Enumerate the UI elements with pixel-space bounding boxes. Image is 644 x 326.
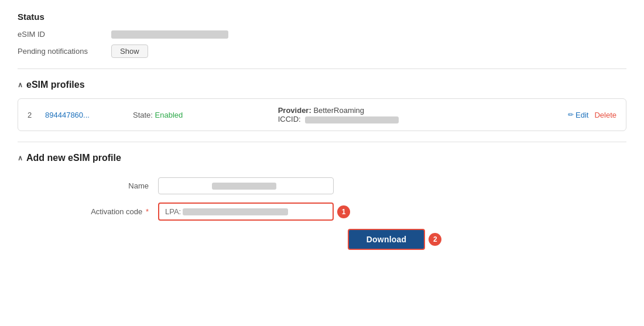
profile-state: State: Enabled [133, 111, 278, 119]
download-row: Download 2 [53, 229, 626, 250]
required-star: * [146, 207, 149, 216]
edit-label: Edit [576, 111, 588, 119]
download-button[interactable]: Download [348, 229, 425, 250]
name-row: Name [64, 177, 626, 194]
profile-number: 2 [28, 111, 39, 119]
esim-id-row: eSIM ID [18, 30, 626, 39]
iccid-line: ICCID: [278, 115, 568, 123]
provider-line: Provider: BetterRoaming [278, 106, 568, 115]
add-profile-title: Add new eSIM profile [26, 153, 121, 163]
esim-id-value [111, 30, 228, 39]
delete-link[interactable]: Delete [594, 111, 616, 119]
edit-link[interactable]: ✏ Edit [568, 111, 588, 119]
profile-card: 2 894447860... State: Enabled Provider: … [18, 98, 626, 131]
add-profile-header[interactable]: ∧ Add new eSIM profile [18, 153, 626, 163]
name-blurred-value [212, 183, 276, 190]
status-section: Status eSIM ID Pending notifications Sho… [18, 12, 626, 58]
pending-notifications-label: Pending notifications [18, 47, 111, 56]
esim-profiles-header[interactable]: ∧ eSIM profiles [18, 80, 626, 90]
state-label: State: [133, 111, 153, 119]
activation-code-row: Activation code * 1 [64, 203, 626, 221]
status-title: Status [18, 12, 626, 22]
profile-id-link[interactable]: 894447860... [45, 111, 121, 119]
profile-actions: ✏ Edit Delete [568, 111, 616, 119]
pending-notifications-row: Pending notifications Show [18, 44, 626, 58]
esim-id-label: eSIM ID [18, 30, 111, 39]
page-container: Status eSIM ID Pending notifications Sho… [0, 0, 644, 267]
esim-profiles-section: ∧ eSIM profiles 2 894447860... State: En… [18, 80, 626, 131]
pencil-icon: ✏ [568, 111, 574, 119]
lpa-blurred-value [183, 208, 288, 215]
activation-code-label: Activation code * [64, 207, 158, 216]
badge-1: 1 [337, 205, 350, 218]
chevron-up-icon: ∧ [18, 154, 23, 162]
divider-2 [18, 142, 626, 142]
profile-meta: Provider: BetterRoaming ICCID: [278, 106, 568, 123]
activation-input-wrapper: 1 [158, 203, 334, 221]
add-new-esim-section: ∧ Add new eSIM profile Name Activation c… [18, 153, 626, 256]
divider-1 [18, 68, 626, 69]
provider-label: Provider: [278, 106, 311, 115]
iccid-value [305, 116, 399, 123]
name-label: Name [64, 181, 158, 190]
badge-2: 2 [429, 233, 441, 246]
form-area: Name Activation code * 1 [18, 171, 626, 256]
esim-profiles-title: eSIM profiles [26, 80, 85, 90]
show-button[interactable]: Show [111, 44, 148, 58]
iccid-label: ICCID: [278, 115, 301, 123]
provider-value: BetterRoaming [313, 106, 364, 115]
chevron-down-icon: ∧ [18, 81, 23, 89]
state-value: Enabled [155, 111, 183, 119]
